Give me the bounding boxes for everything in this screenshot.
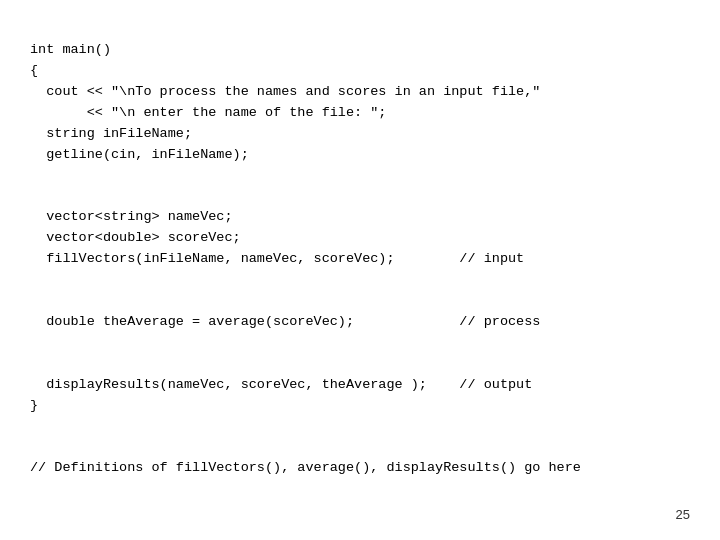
slide: int main() { cout << "\nTo process the n…: [0, 0, 720, 540]
code-content: int main() { cout << "\nTo process the n…: [30, 40, 690, 479]
page-number: 25: [676, 507, 690, 522]
